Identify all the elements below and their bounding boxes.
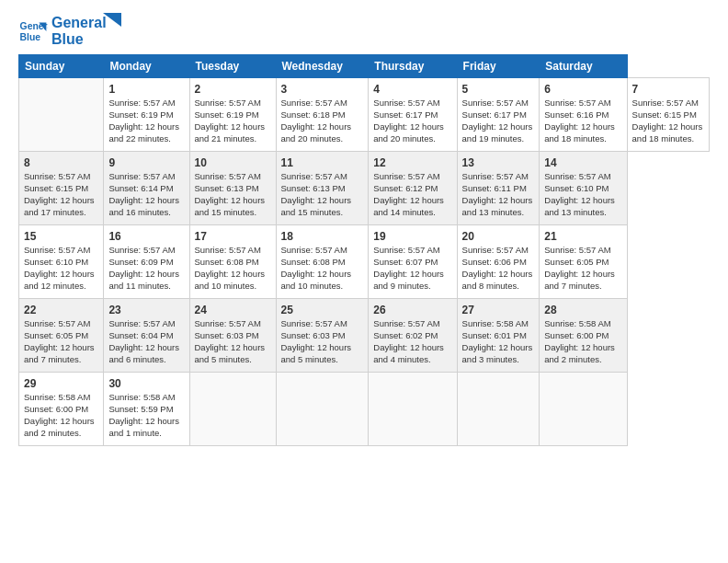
day-number: 8 (24, 155, 98, 170)
day-number: 13 (462, 155, 535, 170)
day-number: 26 (373, 303, 451, 317)
day-number: 18 (281, 229, 364, 244)
calendar-week-row: 15Sunrise: 5:57 AMSunset: 6:10 PMDayligh… (19, 225, 710, 299)
calendar-day-cell: 4Sunrise: 5:57 AMSunset: 6:17 PMDaylight… (369, 78, 457, 152)
calendar-day-header: Wednesday (276, 55, 369, 78)
day-number: 16 (108, 229, 184, 244)
calendar-day-cell: 19Sunrise: 5:57 AMSunset: 6:07 PMDayligh… (369, 225, 457, 299)
calendar-day-cell: 7Sunrise: 5:57 AMSunset: 6:15 PMDaylight… (627, 78, 709, 152)
logo: General Blue General Blue (18, 15, 121, 47)
day-number: 17 (195, 229, 271, 244)
calendar-day-header: Sunday (19, 55, 104, 78)
calendar-day-cell: 30Sunrise: 5:58 AMSunset: 5:59 PMDayligh… (104, 373, 189, 446)
day-number: 22 (24, 303, 98, 317)
day-number: 30 (108, 376, 184, 391)
day-number: 14 (544, 155, 621, 170)
calendar-day-cell: 24Sunrise: 5:57 AMSunset: 6:03 PMDayligh… (189, 299, 276, 373)
calendar-day-cell: 3Sunrise: 5:57 AMSunset: 6:18 PMDaylight… (276, 78, 369, 152)
calendar-day-cell (276, 373, 369, 446)
calendar-day-header: Tuesday (189, 55, 276, 78)
day-number: 7 (632, 82, 704, 97)
calendar-day-cell: 21Sunrise: 5:57 AMSunset: 6:05 PMDayligh… (540, 225, 627, 299)
day-number: 15 (24, 229, 98, 244)
logo-general: General (51, 15, 107, 31)
calendar-week-row: 29Sunrise: 5:58 AMSunset: 6:00 PMDayligh… (19, 373, 710, 446)
calendar-day-cell: 8Sunrise: 5:57 AMSunset: 6:15 PMDaylight… (19, 152, 104, 225)
day-number: 24 (195, 303, 271, 317)
calendar-day-cell: 22Sunrise: 5:57 AMSunset: 6:05 PMDayligh… (19, 299, 104, 373)
calendar-day-cell: 12Sunrise: 5:57 AMSunset: 6:12 PMDayligh… (369, 152, 457, 225)
calendar-week-row: 1Sunrise: 5:57 AMSunset: 6:19 PMDaylight… (19, 78, 710, 152)
calendar-day-cell: 20Sunrise: 5:57 AMSunset: 6:06 PMDayligh… (457, 225, 540, 299)
calendar-day-cell: 11Sunrise: 5:57 AMSunset: 6:13 PMDayligh… (276, 152, 369, 225)
calendar-week-row: 22Sunrise: 5:57 AMSunset: 6:05 PMDayligh… (19, 299, 710, 373)
day-number: 2 (195, 82, 271, 97)
calendar-day-cell: 6Sunrise: 5:57 AMSunset: 6:16 PMDaylight… (540, 78, 627, 152)
calendar-day-cell: 23Sunrise: 5:57 AMSunset: 6:04 PMDayligh… (104, 299, 189, 373)
calendar-day-cell (540, 373, 627, 446)
day-number: 28 (544, 303, 621, 317)
calendar-day-cell: 15Sunrise: 5:57 AMSunset: 6:10 PMDayligh… (19, 225, 104, 299)
calendar-day-header: Friday (457, 55, 540, 78)
calendar-day-header: Thursday (369, 55, 457, 78)
calendar-table: SundayMondayTuesdayWednesdayThursdayFrid… (18, 54, 710, 446)
svg-marker-3 (103, 13, 121, 27)
day-number: 3 (281, 82, 364, 97)
calendar-day-cell (189, 373, 276, 446)
day-number: 29 (24, 376, 98, 391)
calendar-week-row: 8Sunrise: 5:57 AMSunset: 6:15 PMDaylight… (19, 152, 710, 225)
empty-cell (19, 78, 104, 152)
day-number: 10 (195, 155, 271, 170)
day-number: 19 (373, 229, 451, 244)
calendar-day-cell: 29Sunrise: 5:58 AMSunset: 6:00 PMDayligh… (19, 373, 104, 446)
calendar-day-cell: 17Sunrise: 5:57 AMSunset: 6:08 PMDayligh… (189, 225, 276, 299)
calendar-day-cell: 26Sunrise: 5:57 AMSunset: 6:02 PMDayligh… (369, 299, 457, 373)
day-number: 27 (462, 303, 535, 317)
calendar-day-cell: 10Sunrise: 5:57 AMSunset: 6:13 PMDayligh… (189, 152, 276, 225)
day-number: 5 (462, 82, 535, 97)
calendar-day-cell (457, 373, 540, 446)
page: General Blue General Blue SundayMondayTu… (0, 0, 728, 563)
calendar-day-cell: 18Sunrise: 5:57 AMSunset: 6:08 PMDayligh… (276, 225, 369, 299)
logo-blue: Blue (51, 31, 107, 48)
calendar-day-header: Saturday (540, 55, 627, 78)
calendar-day-cell: 28Sunrise: 5:58 AMSunset: 6:00 PMDayligh… (540, 299, 627, 373)
day-number: 4 (373, 82, 451, 97)
day-number: 21 (544, 229, 621, 244)
calendar-day-cell: 14Sunrise: 5:57 AMSunset: 6:10 PMDayligh… (540, 152, 627, 225)
day-number: 6 (544, 82, 621, 97)
day-number: 1 (108, 82, 184, 97)
calendar-day-cell: 1Sunrise: 5:57 AMSunset: 6:19 PMDaylight… (104, 78, 189, 152)
calendar-day-cell: 5Sunrise: 5:57 AMSunset: 6:17 PMDaylight… (457, 78, 540, 152)
calendar-day-cell: 27Sunrise: 5:58 AMSunset: 6:01 PMDayligh… (457, 299, 540, 373)
day-number: 20 (462, 229, 535, 244)
day-number: 11 (281, 155, 364, 170)
calendar-header-row: SundayMondayTuesdayWednesdayThursdayFrid… (19, 55, 710, 78)
calendar-day-cell: 25Sunrise: 5:57 AMSunset: 6:03 PMDayligh… (276, 299, 369, 373)
calendar-day-cell: 9Sunrise: 5:57 AMSunset: 6:14 PMDaylight… (104, 152, 189, 225)
calendar-day-header: Monday (104, 55, 189, 78)
calendar-day-cell: 2Sunrise: 5:57 AMSunset: 6:19 PMDaylight… (189, 78, 276, 152)
svg-text:Blue: Blue (20, 31, 41, 41)
day-number: 23 (108, 303, 184, 317)
day-number: 9 (108, 155, 184, 170)
day-number: 12 (373, 155, 451, 170)
day-number: 25 (281, 303, 364, 317)
calendar-day-cell: 16Sunrise: 5:57 AMSunset: 6:09 PMDayligh… (104, 225, 189, 299)
header: General Blue General Blue (18, 15, 710, 47)
calendar-day-cell (369, 373, 457, 446)
calendar-day-cell: 13Sunrise: 5:57 AMSunset: 6:11 PMDayligh… (457, 152, 540, 225)
